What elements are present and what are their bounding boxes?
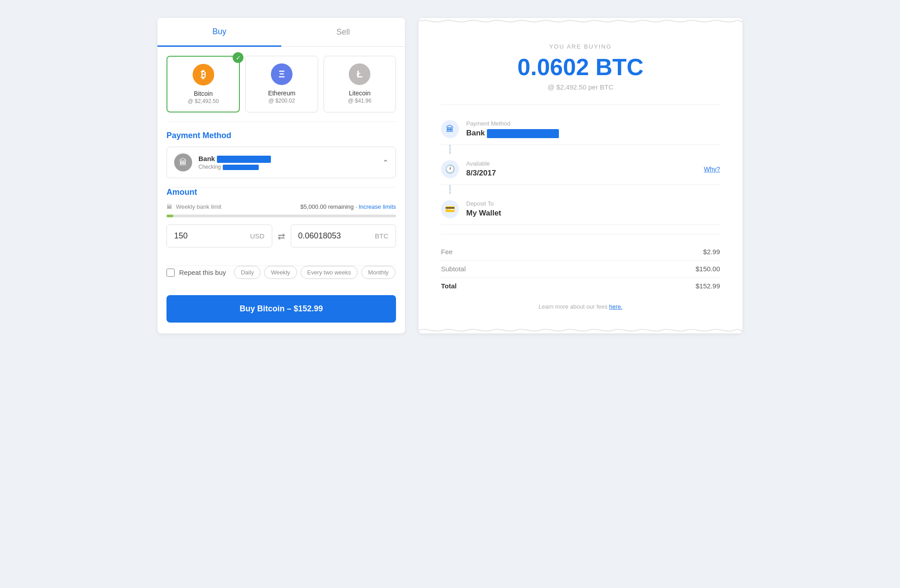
payment-selector[interactable]: 🏛 Bank Checking ⌃ bbox=[166, 147, 396, 178]
summary-available-content: Available 8/3/2017 bbox=[466, 160, 697, 178]
usd-input-box[interactable]: USD bbox=[166, 224, 272, 247]
limit-dot: · bbox=[356, 203, 359, 210]
fee-label: Fee bbox=[441, 248, 453, 256]
usd-input[interactable] bbox=[174, 231, 228, 241]
swap-icon[interactable]: ⇄ bbox=[278, 231, 285, 242]
connector-1 bbox=[450, 145, 450, 154]
check-badge: ✓ bbox=[233, 52, 243, 63]
summary-divider-2 bbox=[441, 234, 720, 234]
summary-amount: 0.0602 BTC bbox=[441, 54, 720, 81]
summary-divider-1 bbox=[441, 104, 720, 105]
btc-input[interactable] bbox=[298, 231, 352, 241]
fee-section: Fee $2.99 Subtotal $150.00 Total $152.99 bbox=[441, 243, 720, 294]
fee-row: Fee $2.99 bbox=[441, 243, 720, 260]
repeat-every-two-weeks[interactable]: Every two weeks bbox=[301, 266, 358, 279]
total-amount: $152.99 bbox=[696, 282, 720, 290]
repeat-options: Daily Weekly Every two weeks Monthly bbox=[234, 266, 395, 279]
bank-icon: 🏛 bbox=[174, 153, 192, 171]
summary-deposit-content: Deposit To My Wallet bbox=[466, 200, 720, 218]
total-row: Total $152.99 bbox=[441, 278, 720, 294]
limit-label: Weekly bank limit bbox=[176, 203, 221, 210]
summary-payment-title: Payment Method bbox=[466, 120, 720, 127]
summary-wallet-icon: 💳 bbox=[441, 200, 459, 218]
limit-row: 🏛 Weekly bank limit $5,000.00 remaining … bbox=[166, 203, 396, 210]
learn-more: Learn more about our fees here. bbox=[441, 303, 720, 310]
right-panel: YOU ARE BUYING 0.0602 BTC @ $2,492.50 pe… bbox=[418, 18, 742, 333]
summary-bank-icon: 🏛 bbox=[441, 120, 459, 138]
total-label: Total bbox=[441, 282, 457, 290]
summary-clock-icon: 🕐 bbox=[441, 160, 459, 178]
increase-limits-link[interactable]: Increase limits bbox=[359, 203, 396, 210]
subtotal-label: Subtotal bbox=[441, 265, 466, 273]
payment-left: 🏛 Bank Checking bbox=[174, 153, 271, 171]
subtotal-amount: $150.00 bbox=[696, 265, 720, 273]
eth-name: Ethereum bbox=[251, 90, 312, 97]
summary-available-title: Available bbox=[466, 160, 697, 167]
buy-button-section: Buy Bitcoin – $152.99 bbox=[158, 288, 405, 333]
page-container: Buy Sell ✓ ₿ Bitcoin @ $2,492.50 Ξ Ether… bbox=[158, 18, 742, 333]
limit-right: $5,000.00 remaining · Increase limits bbox=[301, 203, 396, 210]
payment-name: Bank bbox=[198, 155, 271, 163]
subtotal-row: Subtotal $150.00 bbox=[441, 260, 720, 278]
repeat-weekly[interactable]: Weekly bbox=[264, 266, 297, 279]
wavy-bottom bbox=[418, 327, 742, 333]
repeat-row: Repeat this buy Daily Weekly Every two w… bbox=[166, 266, 396, 279]
summary-available-value: 8/3/2017 bbox=[466, 169, 697, 178]
ltc-price: @ $41.96 bbox=[329, 98, 390, 104]
payment-title: Payment Method bbox=[166, 131, 396, 140]
limit-remaining: $5,000.00 remaining bbox=[301, 203, 354, 210]
summary-payment-value: Bank bbox=[466, 129, 720, 138]
crypto-card-ltc[interactable]: Ł Litecoin @ $41.96 bbox=[324, 56, 396, 112]
summary-label: YOU ARE BUYING bbox=[441, 43, 720, 50]
crypto-section: ✓ ₿ Bitcoin @ $2,492.50 Ξ Ethereum @ $20… bbox=[158, 47, 405, 121]
repeat-monthly[interactable]: Monthly bbox=[361, 266, 396, 279]
progress-fill bbox=[166, 215, 173, 217]
payment-info: Bank Checking bbox=[198, 155, 271, 170]
crypto-card-btc[interactable]: ✓ ₿ Bitcoin @ $2,492.50 bbox=[166, 56, 240, 112]
summary-available-row: 🕐 Available 8/3/2017 Why? bbox=[441, 154, 720, 185]
bank-limit-icon: 🏛 bbox=[166, 203, 172, 210]
usd-currency: USD bbox=[250, 232, 265, 240]
ltc-name: Litecoin bbox=[329, 90, 390, 97]
fee-amount: $2.99 bbox=[703, 248, 720, 256]
amount-inputs: USD ⇄ BTC bbox=[166, 224, 396, 247]
left-panel: Buy Sell ✓ ₿ Bitcoin @ $2,492.50 Ξ Ether… bbox=[158, 18, 405, 333]
summary-payment-redacted bbox=[487, 129, 559, 138]
summary-deposit-title: Deposit To bbox=[466, 200, 720, 207]
eth-price: @ $200.02 bbox=[251, 98, 312, 104]
repeat-section: Repeat this buy Daily Weekly Every two w… bbox=[158, 266, 405, 288]
tab-sell[interactable]: Sell bbox=[281, 18, 405, 46]
amount-section: Amount 🏛 Weekly bank limit $5,000.00 rem… bbox=[158, 188, 405, 265]
payment-name-redacted bbox=[217, 156, 271, 163]
amount-title: Amount bbox=[166, 188, 396, 197]
learn-more-link[interactable]: here. bbox=[609, 303, 623, 310]
ltc-icon: Ł bbox=[349, 63, 370, 85]
tab-buy[interactable]: Buy bbox=[158, 18, 281, 47]
crypto-card-eth[interactable]: Ξ Ethereum @ $200.02 bbox=[245, 56, 318, 112]
tabs: Buy Sell bbox=[158, 18, 405, 47]
repeat-checkbox[interactable] bbox=[166, 269, 175, 277]
summary-deposit-row: 💳 Deposit To My Wallet bbox=[441, 194, 720, 225]
buy-button[interactable]: Buy Bitcoin – $152.99 bbox=[166, 295, 396, 323]
payment-sub-redacted bbox=[223, 165, 259, 170]
summary-deposit-value: My Wallet bbox=[466, 209, 720, 218]
limit-left: 🏛 Weekly bank limit bbox=[166, 203, 221, 210]
why-link[interactable]: Why? bbox=[704, 166, 720, 173]
btc-name: Bitcoin bbox=[173, 90, 234, 97]
connector-2 bbox=[450, 185, 450, 194]
btc-input-box[interactable]: BTC bbox=[291, 224, 396, 247]
summary-payment-row: 🏛 Payment Method Bank bbox=[441, 114, 720, 145]
btc-price: @ $2,492.50 bbox=[173, 98, 234, 104]
wavy-top bbox=[418, 18, 742, 24]
summary-rate: @ $2,492.50 per BTC bbox=[441, 83, 720, 91]
repeat-daily[interactable]: Daily bbox=[234, 266, 261, 279]
repeat-label: Repeat this buy bbox=[179, 269, 226, 276]
btc-currency: BTC bbox=[375, 232, 388, 240]
payment-sub: Checking bbox=[198, 164, 271, 170]
crypto-options: ✓ ₿ Bitcoin @ $2,492.50 Ξ Ethereum @ $20… bbox=[166, 56, 396, 112]
eth-icon: Ξ bbox=[271, 63, 292, 85]
summary-payment-content: Payment Method Bank bbox=[466, 120, 720, 138]
chevron-icon: ⌃ bbox=[382, 158, 388, 167]
btc-icon: ₿ bbox=[193, 64, 214, 85]
payment-section: Payment Method 🏛 Bank Checking ⌃ bbox=[158, 122, 405, 187]
